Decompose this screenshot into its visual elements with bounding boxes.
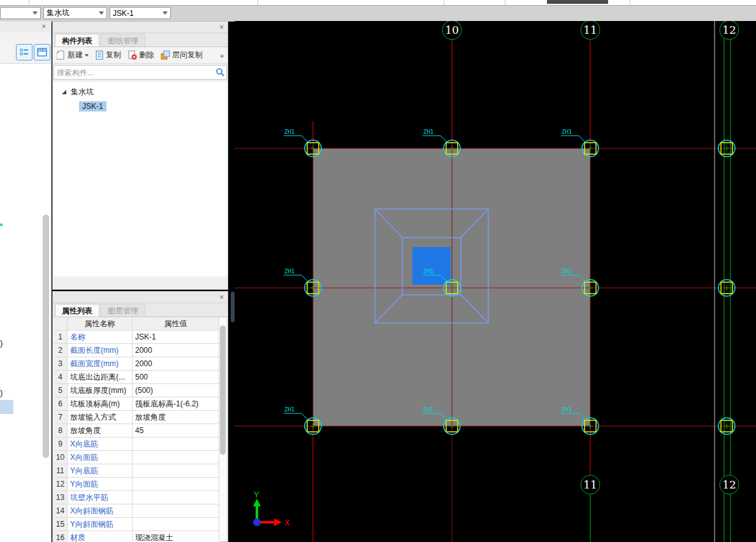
- property-value-cell[interactable]: [133, 478, 219, 490]
- table-row: 11Y向底筋: [54, 464, 221, 478]
- column-cross-icon: [724, 285, 729, 290]
- property-value-cell[interactable]: 2000: [133, 357, 219, 370]
- column-marker[interactable]: [718, 280, 735, 296]
- top-strip-separator: [630, 0, 630, 5]
- property-value-cell[interactable]: [133, 518, 219, 531]
- cad-viewport[interactable]: ZH1ZH1ZH1ZH1ZH1ZH1ZH1ZH1ZH11011121112YX: [235, 21, 756, 542]
- column-label: ZH1: [423, 406, 433, 413]
- table-row: 12Y向面筋: [54, 478, 221, 491]
- component-panel-titlebar: ×: [53, 22, 228, 33]
- property-name-cell[interactable]: 名称: [68, 331, 133, 343]
- delete-icon: [127, 50, 137, 60]
- property-name-cell[interactable]: Y向斜面钢筋: [68, 518, 133, 531]
- row-index: 2: [54, 344, 68, 357]
- copy-button[interactable]: 复制: [95, 50, 121, 61]
- ucs-axis-indicator: YX: [253, 490, 290, 527]
- table-row: 6坑板顶标高(m)筏板底标高-1(-6.2): [54, 397, 221, 411]
- grid-bubble: 11: [581, 21, 600, 39]
- property-name-cell[interactable]: 坑壁水平筋: [68, 491, 133, 504]
- property-name-cell[interactable]: X向斜面钢筋: [68, 504, 133, 517]
- grid-bubble: 10: [442, 21, 462, 39]
- property-value-cell[interactable]: [133, 504, 219, 517]
- grid-bubble-label: 11: [583, 478, 597, 491]
- property-value-cell[interactable]: [133, 438, 219, 450]
- tree-expand-icon[interactable]: [62, 90, 66, 94]
- tab-component-list[interactable]: 构件列表: [55, 34, 99, 46]
- table-row: 4坑底出边距离(...500: [54, 371, 221, 384]
- property-value-cell[interactable]: [133, 464, 219, 477]
- table-row: 8放坡角度45: [54, 424, 221, 438]
- new-document-icon: [57, 50, 66, 60]
- property-value-cell[interactable]: 500: [133, 371, 219, 383]
- row-index: 13: [54, 491, 68, 504]
- tab-layer-management[interactable]: 图层管理: [101, 304, 145, 317]
- property-name-cell[interactable]: 截面宽度(mm): [68, 357, 133, 370]
- row-index: 14: [54, 504, 68, 517]
- property-name-cell[interactable]: Y向面筋: [68, 478, 133, 490]
- property-name-cell: 放坡输入方式: [68, 411, 133, 424]
- row-index: 6: [54, 397, 68, 410]
- interlayer-copy-button[interactable]: 层间复制: [161, 50, 203, 61]
- property-name-cell[interactable]: 材质: [68, 531, 133, 542]
- selection-toolbar: 集水坑 JSK-1: [0, 6, 756, 22]
- new-button[interactable]: 新建: [57, 50, 89, 61]
- property-name-cell: 放坡角度: [68, 424, 133, 437]
- header-index: [54, 317, 68, 330]
- component-combo[interactable]: JSK-1: [110, 7, 171, 19]
- list-view-button[interactable]: [16, 44, 33, 61]
- component-tree: 集水坑 JSK-1: [53, 81, 228, 276]
- left-panel-scrollbar[interactable]: [43, 215, 49, 458]
- x-axis-arrowhead: [274, 518, 282, 526]
- component-combo-value: JSK-1: [113, 9, 134, 18]
- tab-property-list[interactable]: 属性列表: [55, 304, 99, 317]
- column-label-leader: [423, 136, 448, 143]
- tree-item-jsk1[interactable]: JSK-1: [79, 101, 106, 111]
- property-name-cell[interactable]: Y向底筋: [68, 464, 133, 477]
- property-value-cell[interactable]: 放坡角度: [133, 411, 219, 424]
- property-value-cell[interactable]: [133, 451, 219, 464]
- chevron-down-icon: [85, 54, 89, 57]
- table-row: 10X向面筋: [54, 451, 221, 464]
- layer-combo[interactable]: [0, 7, 41, 19]
- column-marker[interactable]: [718, 418, 735, 434]
- search-box: [54, 65, 227, 80]
- property-value-cell[interactable]: 45: [133, 424, 219, 437]
- cad-drawing: ZH1ZH1ZH1ZH1ZH1ZH1ZH1ZH1ZH11011121112YX: [235, 21, 756, 542]
- property-value-cell[interactable]: JSK-1: [133, 331, 219, 343]
- property-list-panel: × 属性列表 图层管理 属性名称 属性值 1名称JSK-12截面长度(mm)20…: [52, 291, 228, 542]
- search-input[interactable]: [55, 66, 211, 78]
- property-value-cell[interactable]: [133, 491, 219, 504]
- property-value-cell[interactable]: 现浇混凝土: [133, 531, 219, 542]
- tab-drawing-management[interactable]: 图纸管理: [101, 34, 145, 46]
- grid-bubble-label: 10: [445, 24, 459, 36]
- clipped-selection-highlight: [0, 400, 13, 414]
- search-icon[interactable]: [215, 68, 224, 76]
- column-label: ZH1: [284, 268, 294, 275]
- property-name-cell: 坑底板厚度(mm): [68, 384, 133, 397]
- close-icon[interactable]: ×: [220, 24, 224, 31]
- delete-button[interactable]: 删除: [127, 50, 154, 61]
- component-toolbar: 新建 复制 删除 层间复制: [53, 47, 228, 64]
- property-name-cell[interactable]: X向面筋: [68, 451, 133, 464]
- toolbar-overflow-button[interactable]: »: [220, 52, 224, 59]
- column-label: ZH1: [423, 268, 433, 275]
- close-icon[interactable]: ×: [220, 294, 224, 301]
- copy-icon: [95, 50, 104, 60]
- property-scrollbar-thumb[interactable]: [220, 325, 226, 455]
- property-value-cell[interactable]: (500): [133, 384, 219, 397]
- property-name-cell[interactable]: 截面长度(mm): [68, 344, 133, 357]
- property-name-cell[interactable]: X向底筋: [68, 438, 133, 450]
- clipped-text-fragment: ): [0, 388, 3, 397]
- table-row: 16材质现浇混凝土: [54, 531, 221, 542]
- form-view-button[interactable]: [34, 44, 50, 61]
- property-value-cell[interactable]: 筏板底标高-1(-6.2): [133, 397, 219, 410]
- property-value-cell[interactable]: 2000: [133, 344, 219, 357]
- sump-pit-selected-fill[interactable]: [412, 247, 451, 285]
- category-combo[interactable]: 集水坑: [43, 7, 107, 19]
- close-icon[interactable]: ×: [42, 23, 46, 30]
- column-marker[interactable]: [718, 140, 735, 157]
- property-table: 属性名称 属性值 1名称JSK-12截面长度(mm)20003截面宽度(mm)2…: [54, 317, 221, 542]
- tree-group-sump-pit[interactable]: 集水坑: [62, 87, 94, 97]
- property-panel-titlebar: ×: [53, 292, 228, 303]
- row-index: 9: [54, 438, 68, 450]
